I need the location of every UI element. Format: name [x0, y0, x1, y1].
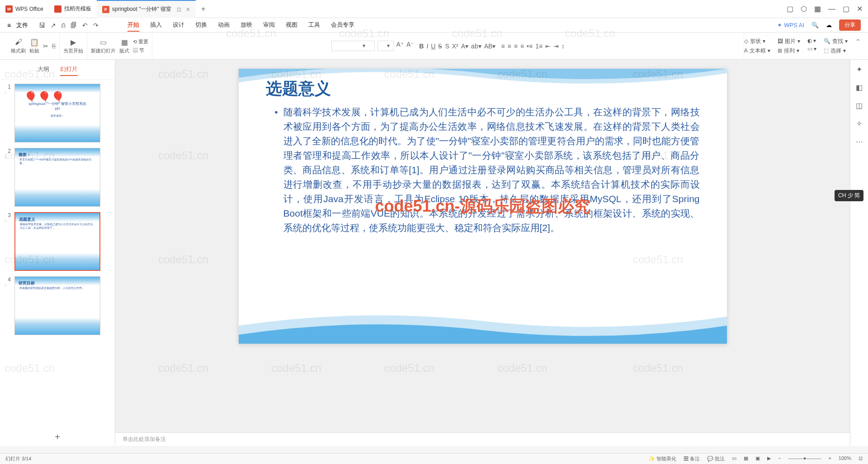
tab-tools[interactable]: 工具: [308, 19, 320, 32]
notes-area[interactable]: 单击此处添加备注: [115, 432, 850, 446]
tab-start[interactable]: 开始: [127, 19, 139, 32]
line-spacing-icon[interactable]: ↕: [561, 43, 565, 50]
align-left-icon[interactable]: ≡: [501, 43, 505, 50]
shape-button[interactable]: ◇ 形状 ▾: [744, 38, 770, 45]
save-icon[interactable]: 🖫: [39, 22, 45, 29]
slide-thumb-3[interactable]: 3☆ 选题意义 随着科学技术发展，计算机已成为人们生活中必不可少的生活办公工具，…: [4, 212, 111, 271]
align-justify-icon[interactable]: ≡: [520, 43, 524, 50]
shadow-icon[interactable]: S: [445, 43, 449, 50]
tab-slideshow[interactable]: 放映: [241, 19, 252, 32]
layout-button[interactable]: ▦ 版式: [119, 38, 129, 54]
notes-toggle[interactable]: ☰ 备注: [684, 455, 700, 462]
print-icon[interactable]: ⎙: [61, 22, 65, 29]
from-beginning-button[interactable]: ▶ 当页开始: [63, 38, 83, 54]
highlight-icon[interactable]: ab▾: [471, 43, 481, 50]
slide-thumb-1[interactable]: 1☆ springboot "一分钟" 寝室小卖部系统ppt 指导老师： 🎈🎈🎈: [4, 84, 111, 142]
bullets-icon[interactable]: •≡: [527, 43, 533, 50]
wps-ai-button[interactable]: ✦ WPS AI: [777, 22, 804, 28]
zoom-out-icon[interactable]: −: [778, 455, 781, 462]
new-slide-button[interactable]: ▭ 新建幻灯片: [91, 38, 116, 54]
textbox-button[interactable]: A 文本框 ▾: [744, 47, 770, 55]
format-painter-button[interactable]: 🖌 格式刷: [11, 38, 26, 54]
minimize-button[interactable]: —: [828, 5, 835, 13]
tab-view[interactable]: 视图: [286, 19, 297, 32]
bold-icon[interactable]: B: [419, 43, 424, 50]
tool-object-icon[interactable]: ◫: [854, 101, 865, 112]
reset-button[interactable]: ⟲ 重置: [133, 38, 148, 45]
superscript-icon[interactable]: X²: [452, 43, 458, 50]
tab-insert[interactable]: 插入: [150, 19, 162, 32]
strike-icon[interactable]: S̶: [438, 43, 442, 50]
zoom-slider[interactable]: ———●———: [788, 455, 821, 462]
section-button[interactable]: ▤ 节: [133, 47, 148, 54]
print-preview-icon[interactable]: 🗐: [71, 22, 77, 29]
zoom-in-icon[interactable]: +: [828, 455, 831, 462]
collapse-ribbon-icon[interactable]: ⌃: [855, 38, 861, 55]
close-button[interactable]: ✕: [857, 5, 863, 13]
tab-member[interactable]: 会员专享: [331, 19, 354, 32]
grid-icon[interactable]: ▦: [814, 5, 821, 13]
copy-icon[interactable]: ⎘: [52, 43, 56, 50]
cut-icon[interactable]: ✂: [43, 43, 48, 50]
comments-toggle[interactable]: 💬 批注: [707, 455, 725, 462]
fill-button[interactable]: ▭ ▾: [807, 46, 816, 52]
font-dropdown[interactable]: ▾: [331, 41, 375, 51]
export-icon[interactable]: ↗: [51, 22, 56, 29]
cube-icon[interactable]: ⬡: [801, 5, 807, 13]
hamburger-icon[interactable]: ≡: [7, 22, 11, 29]
indent-less-icon[interactable]: ⇤: [545, 43, 551, 50]
paste-button[interactable]: 📋 粘贴: [29, 38, 39, 54]
find-button[interactable]: 🔍 查找 ▾: [824, 38, 848, 45]
tab-animation[interactable]: 动画: [218, 19, 230, 32]
select-button[interactable]: ⬚ 选择 ▾: [824, 47, 848, 55]
underline-icon[interactable]: U: [431, 43, 435, 50]
fit-icon[interactable]: ⊡: [859, 455, 863, 462]
align-center-icon[interactable]: ≡: [508, 43, 511, 50]
tab-wps-office[interactable]: W WPS Office: [0, 0, 49, 18]
tool-more-icon[interactable]: ⋯: [854, 137, 865, 148]
view-normal-icon[interactable]: ▭: [732, 455, 736, 462]
align-right-icon[interactable]: ≡: [514, 43, 518, 50]
slide-thumb-4[interactable]: 4☆ 研究目标 本课题的研究现状及发展趋势分析，人们的生活方式...: [4, 276, 111, 335]
arrange-button[interactable]: ⊞ 排列 ▾: [778, 47, 800, 55]
maximize-button[interactable]: ▢: [843, 5, 849, 13]
share-button[interactable]: 分享: [839, 19, 861, 31]
fontsize-dropdown[interactable]: ▾: [377, 41, 394, 51]
smart-beautify-button[interactable]: ✨ 智能美化: [649, 455, 676, 462]
tool-animation-icon[interactable]: ✧: [854, 119, 865, 130]
app-menu-icon[interactable]: ▢: [787, 5, 793, 13]
tab-review[interactable]: 审阅: [263, 19, 275, 32]
zoom-level[interactable]: 100%: [839, 455, 851, 462]
increase-font-icon[interactable]: A⁺: [396, 41, 404, 51]
slide-thumb-2[interactable]: 2☆ 摘要： 本文主实现了"一分钟"寝室小卖部系统设计与实现本系统的主要...: [4, 148, 111, 207]
tab-daoke[interactable]: 找稻壳模板: [49, 0, 97, 18]
new-tab-button[interactable]: +: [196, 5, 211, 13]
slide-title[interactable]: 选题意义: [266, 78, 331, 100]
close-icon[interactable]: ✕: [186, 6, 190, 13]
panel-tab-slides[interactable]: 幻灯片: [60, 63, 78, 76]
add-slide-button[interactable]: +: [0, 428, 115, 446]
undo-icon[interactable]: ↶: [82, 22, 88, 29]
picture-button[interactable]: 🖼 图片 ▾: [778, 38, 800, 45]
file-menu[interactable]: 文件: [16, 21, 28, 29]
clear-format-icon[interactable]: AB▾: [484, 43, 496, 50]
cloud-icon[interactable]: ☁: [826, 22, 832, 28]
view-sorter-icon[interactable]: ▦: [744, 455, 748, 462]
italic-icon[interactable]: I: [426, 43, 428, 50]
tab-document[interactable]: P springboot "一分钟" 寝室 ⊡ ✕: [97, 0, 196, 18]
tab-pin-icon[interactable]: ⊡: [177, 6, 181, 13]
numbering-icon[interactable]: 1≡: [535, 43, 542, 50]
tool-ai-icon[interactable]: ✦: [854, 65, 865, 76]
panel-tab-outline[interactable]: 大纲: [38, 63, 49, 76]
view-slideshow-icon[interactable]: ▶: [767, 455, 771, 462]
search-icon[interactable]: 🔍: [811, 22, 819, 28]
tab-transition[interactable]: 切换: [195, 19, 207, 32]
slide-canvas[interactable]: 选题意义 • 随着科学技术发展，计算机已成为人们生活中必不可少的生活办公工具，在…: [239, 69, 727, 344]
font-color-icon[interactable]: A▾: [461, 43, 468, 50]
tab-design[interactable]: 设计: [173, 19, 184, 32]
redo-icon[interactable]: ↷: [93, 22, 99, 29]
decrease-font-icon[interactable]: A⁻: [406, 41, 414, 51]
indent-more-icon[interactable]: ⇥: [553, 43, 559, 50]
slides-list[interactable]: 1☆ springboot "一分钟" 寝室小卖部系统ppt 指导老师： 🎈🎈🎈…: [0, 80, 115, 428]
view-reading-icon[interactable]: ▣: [755, 455, 760, 462]
